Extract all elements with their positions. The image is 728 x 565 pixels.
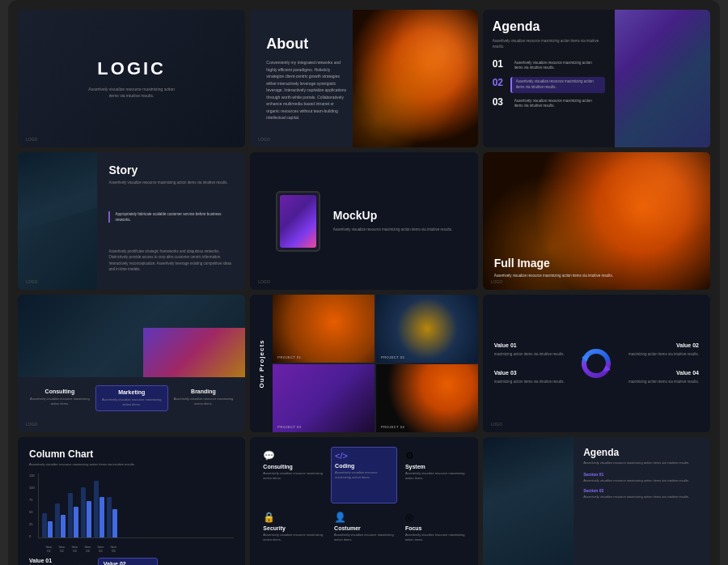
slide-full-image: Full Image Assertively visualize resourc… [483, 152, 710, 290]
story-title: Story [108, 164, 234, 176]
customer-title: Costumer [334, 525, 361, 531]
slide-logic: LOGIC Assertively visualize resource max… [18, 10, 245, 147]
services-row: Consulting Assertively visualize resourc… [18, 377, 245, 419]
project-2: PROJECT 02 [376, 295, 478, 363]
consulting-title: Consulting [263, 464, 293, 469]
agenda-content: Agenda Assertively visualize resource ma… [483, 10, 615, 147]
agenda2-content: Agenda Assertively visualize resource ma… [574, 437, 710, 565]
story-highlight: Appropriately fabricate scalable custome… [108, 211, 234, 223]
slide-services-icons: 💬 Consulting Assertively visualize resou… [250, 437, 477, 565]
chart-title: Column Chart [29, 448, 234, 460]
service-consulting-name: Consulting [28, 389, 92, 394]
agenda-box-2: Assertively visualize resource maximizin… [510, 77, 605, 93]
agenda2-title: Agenda [583, 447, 700, 458]
consulting-desc: Assertively visualize resource maximizin… [263, 471, 323, 480]
chart-x-labels: Item 01 Item 02 Item 03 Item 04 Item 05 … [29, 545, 234, 553]
agenda-num-3: 03 [493, 96, 506, 108]
chart-val-2-label: Value 02 [98, 558, 159, 565]
agenda-box-1: Assertively visualize resource maximizin… [510, 58, 605, 74]
full-image-title: Full Image [494, 257, 699, 270]
section-2-label: Section 02 [583, 488, 700, 493]
bar-1a [42, 513, 47, 537]
slides-container: LOGIC Assertively visualize resource max… [8, 0, 720, 565]
story-content: Story Assertively visualize resource max… [97, 152, 245, 290]
bar-5b [99, 497, 104, 537]
slide4-logo: LOGO [26, 279, 37, 284]
story-body: Assertively pontificate strategic framew… [108, 249, 234, 272]
slide6-logo: LOGO [491, 279, 502, 284]
bar-group-1 [42, 513, 53, 537]
agenda2-image [483, 437, 574, 565]
agenda2-desc: Assertively visualize resource maximizin… [583, 461, 700, 465]
service-branding-name: Branding [171, 389, 236, 394]
customer-desc: Assertively visualize resource maximizin… [334, 533, 394, 542]
coding-icon: </> [335, 451, 348, 461]
about-background [353, 10, 478, 147]
focus-desc: Assertively visualize resource maximizin… [405, 533, 465, 542]
consulting-icon: 💬 [263, 450, 275, 461]
system-desc: Assertively visualize resource maximizin… [405, 471, 465, 480]
services-icon-grid: 💬 Consulting Assertively visualize resou… [260, 447, 468, 565]
chart-area: 130 100 75 50 25 0 [29, 474, 234, 538]
full-image-text: Assertively visualize resource maximizin… [494, 273, 699, 278]
bar-4a [81, 487, 86, 537]
chart-val-1: Value 01 Assertively visualize resource … [29, 558, 90, 565]
bar-3b [74, 507, 78, 537]
rotate-svg [572, 339, 620, 388]
agenda-text-3: Assertively visualize resource maximizin… [514, 99, 601, 110]
agenda-subtitle: Assertively visualize resource maximizin… [493, 39, 605, 50]
svc-security: 🔒 Security Assertively visualize resourc… [260, 508, 326, 565]
about-title: About [266, 36, 348, 53]
slide1-logo: LOGO [26, 137, 37, 142]
value-1: Value 01 maximizing action items via int… [494, 342, 566, 357]
value-3-title: Value 03 [494, 369, 566, 378]
project-3-label: PROJECT 03 [277, 425, 301, 429]
project-1: PROJECT 01 [273, 295, 375, 363]
bar-2a [55, 503, 60, 537]
system-title: System [405, 464, 425, 469]
svc-consulting: 💬 Consulting Assertively visualize resou… [260, 447, 326, 503]
about-content: About Conveniently my integrated network… [250, 10, 364, 147]
about-text: Conveniently my integrated networks and … [266, 59, 348, 121]
slide-projects: Our Projects PROJECT 01 PROJECT 02 PROJE… [250, 295, 477, 432]
agenda2-section-2: Section 02 Assertively visualize resourc… [583, 488, 700, 499]
svc-focus: ◎ Focus Assertively visualize resource m… [402, 508, 468, 565]
bar-3a [68, 493, 73, 537]
agenda-item-2: 02 Assertively visualize resource maximi… [493, 77, 605, 93]
focus-icon: ◎ [405, 512, 413, 523]
slide-mockup: MockUp Assertively visualize resource ma… [250, 152, 477, 290]
bar-group-6 [107, 497, 117, 537]
project-2-label: PROJECT 02 [381, 355, 404, 359]
slide2-logo: LOGO [258, 137, 269, 142]
security-title: Security [263, 525, 286, 531]
agenda-text-2: Assertively visualize resource maximizin… [516, 79, 601, 91]
service-branding: Branding Assertively visualize resource … [168, 385, 239, 411]
mockup-subtitle: Assertively visualize resource maximizin… [333, 227, 452, 232]
value-1-desc: maximizing action items via intuitive re… [494, 352, 566, 358]
chart-bars [38, 474, 235, 538]
section-1-text: Assertively visualize resource maximizin… [583, 478, 700, 483]
gradient-strip [143, 328, 246, 377]
slide-services: Consulting Assertively visualize resourc… [18, 295, 245, 432]
agenda2-section-1: Section 01 Assertively visualize resourc… [583, 472, 700, 483]
project-4: PROJECT 04 [376, 364, 478, 432]
chart-values: Value 01 Assertively visualize resource … [29, 558, 234, 565]
section-1-label: Section 01 [583, 472, 700, 477]
bar-6b [112, 509, 117, 537]
mockup-title: MockUp [333, 209, 452, 222]
service-marketing: Marketing Assertively visualize resource… [95, 385, 168, 411]
coding-desc: Assertively visualize resource maximizin… [335, 470, 393, 479]
bar-group-5 [94, 481, 104, 537]
chart-desc: Assertively visualize resource maximizin… [29, 462, 234, 467]
value-4: Value 04 maximizing action items via int… [627, 369, 699, 384]
agenda-bg-image [615, 10, 710, 147]
slide7-logo: LOGO [26, 422, 37, 427]
service-consulting-desc: Assertively visualize resource maximizin… [28, 397, 92, 406]
agenda-num-1: 01 [493, 58, 506, 70]
tablet-device [276, 191, 320, 252]
logic-title: LOGIC [97, 58, 166, 79]
slide9-logo: LOGO [491, 422, 502, 427]
project-1-label: PROJECT 01 [277, 355, 301, 359]
agenda-num-2: 02 [493, 77, 506, 88]
slide-values: Value 01 maximizing action items via int… [483, 295, 710, 432]
